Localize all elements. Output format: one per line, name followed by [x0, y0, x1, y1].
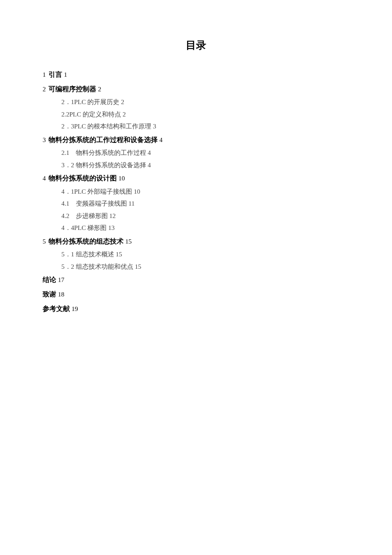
toc-section: 1 引言1: [43, 67, 349, 82]
toc-subsection: 2．1PLC 的开展历史 2: [61, 96, 349, 108]
toc-page-number: 10: [118, 175, 125, 182]
toc-section-label: 参考文献: [43, 305, 70, 312]
toc-subsection: 3．2 物料分拣系统的设备选择 4: [61, 159, 349, 171]
toc-subsection: 4.1 变频器端子接线图 11: [61, 198, 349, 210]
toc-section: 4 物料分拣系统的设计图10: [43, 171, 349, 186]
toc-section-number: 3: [43, 137, 46, 143]
toc-section: 结论17: [43, 273, 349, 287]
toc-subsection: 2．3PLC 的根本结构和工作原理 3: [61, 120, 349, 133]
document-page: 目录 1 引言12 可编程序控制器22．1PLC 的开展历史 22.2PLC 的…: [0, 0, 392, 555]
toc-section-number: 2: [43, 86, 46, 93]
toc-subsection: 2.2PLC 的定义和特点 2: [61, 108, 349, 121]
toc-page-number: 18: [58, 291, 64, 298]
toc-section-label: 致谢: [43, 291, 56, 298]
toc-section-number: 4: [43, 175, 46, 182]
toc-title: 目录: [43, 38, 349, 52]
toc-page-number: 19: [72, 305, 78, 312]
toc-section-label: 结论: [43, 276, 56, 283]
toc-subsection: 5．2 组态技术功能和优点 15: [61, 261, 349, 273]
toc-section: 2 可编程序控制器2: [43, 82, 349, 96]
toc-page-number: 2: [98, 86, 101, 93]
toc-section-number: 1: [43, 71, 46, 78]
toc-section-label: 物料分拣系统的设计图: [49, 174, 117, 182]
toc-section-label: 物料分拣系统的组态技术: [49, 238, 124, 245]
toc-section-label: 引言: [49, 71, 62, 78]
toc-subsection: 4.2 步进梯形图 12: [61, 210, 349, 222]
toc-section: 参考文献19: [43, 302, 349, 316]
toc-page-number: 17: [58, 276, 64, 283]
toc-page-number: 15: [125, 238, 132, 245]
toc-subsection: 4．4PLC 梯形图 13: [61, 222, 349, 234]
toc-section-label: 物料分拣系统的工作过程和设备选择: [49, 136, 158, 143]
toc-section: 3 物料分拣系统的工作过程和设备选择4: [43, 133, 349, 147]
toc-subsection: 5．1 组态技术概述 15: [61, 248, 349, 261]
toc-subsection: 4．1PLC 外部端子接线图 10: [61, 186, 349, 198]
toc-body: 1 引言12 可编程序控制器22．1PLC 的开展历史 22.2PLC 的定义和…: [43, 67, 349, 316]
toc-page-number: 4: [159, 137, 163, 143]
toc-subsection: 2.1 物料分拣系统的工作过程 4: [61, 147, 349, 159]
toc-page-number: 1: [64, 71, 67, 78]
toc-section: 5 物料分拣系统的组态技术15: [43, 234, 349, 249]
toc-section: 致谢18: [43, 287, 349, 302]
toc-section-number: 5: [43, 238, 46, 245]
toc-section-label: 可编程序控制器: [49, 85, 96, 93]
